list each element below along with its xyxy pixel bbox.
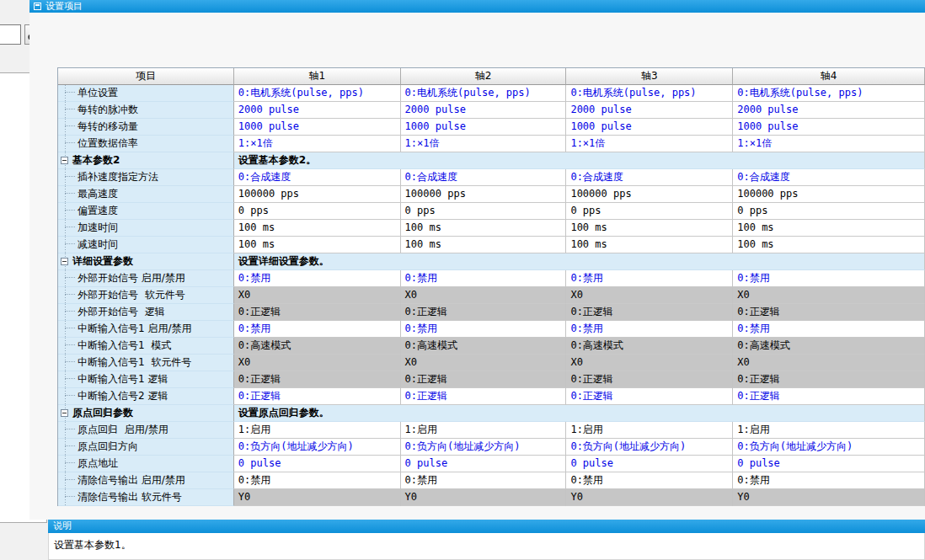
- value-cell-axis2[interactable]: 100000 pps: [401, 186, 567, 203]
- value-cell-axis4: X0: [733, 287, 925, 304]
- tree-item[interactable]: 减速时间: [58, 237, 234, 253]
- value-cell-axis3[interactable]: 100000 pps: [566, 186, 733, 203]
- tree-item[interactable]: 外部开始信号 软元件号: [58, 287, 234, 304]
- value-cell-axis1[interactable]: 0:禁用: [234, 321, 401, 338]
- value-cell-axis1[interactable]: 0 pps: [234, 203, 401, 220]
- value-cell-axis4[interactable]: 100000 pps: [733, 186, 925, 203]
- value-cell-axis3[interactable]: 0 pps: [566, 203, 733, 220]
- collapse-icon[interactable]: [61, 157, 68, 164]
- value-cell-axis1[interactable]: 0 pulse: [234, 456, 401, 472]
- value-cell-axis3[interactable]: 1:×1倍: [566, 136, 733, 152]
- value-cell-axis3[interactable]: 0 pulse: [566, 456, 733, 472]
- collapse-icon[interactable]: [61, 409, 68, 417]
- value-cell-axis2[interactable]: 0 pulse: [401, 456, 567, 472]
- search-input[interactable]: [0, 24, 21, 45]
- tree-item[interactable]: 最高速度: [58, 186, 234, 203]
- tree-item[interactable]: 中断输入信号1 模式: [58, 338, 234, 355]
- value-cell-axis2[interactable]: 100 ms: [401, 220, 567, 237]
- value-cell-axis1[interactable]: 1:启用: [234, 422, 401, 439]
- value-cell-axis3[interactable]: 0:负方向(地址减少方向): [566, 439, 733, 456]
- value-cell-axis3[interactable]: 100 ms: [566, 220, 733, 237]
- value-cell-axis4[interactable]: 0 pulse: [733, 456, 925, 472]
- tree-item[interactable]: 中断输入信号1 逻辑: [58, 371, 234, 388]
- value-cell-axis1[interactable]: 100 ms: [234, 237, 401, 253]
- value-cell-axis4[interactable]: 0:正逻辑: [733, 388, 925, 405]
- tree-connector: [65, 227, 75, 227]
- value-cell-axis4[interactable]: 100 ms: [733, 237, 925, 253]
- parameter-label: 外部开始信号 启用/禁用: [78, 272, 185, 284]
- tree-item[interactable]: 外部开始信号 逻辑: [58, 304, 234, 321]
- tree-item[interactable]: 原点地址: [58, 456, 234, 472]
- value-cell-axis1[interactable]: 2000 pulse: [234, 102, 401, 119]
- value-cell-axis2[interactable]: 0:禁用: [401, 321, 567, 338]
- tree-item[interactable]: 中断输入信号2 逻辑: [58, 388, 234, 405]
- value-cell-axis1[interactable]: 100 ms: [234, 220, 401, 237]
- value-cell-axis1[interactable]: 1000 pulse: [234, 119, 401, 136]
- value-cell-axis3[interactable]: 1000 pulse: [566, 119, 733, 136]
- value-cell-axis3[interactable]: 0:禁用: [566, 472, 733, 489]
- value-cell-axis3[interactable]: 1:启用: [566, 422, 733, 439]
- value-cell-axis1[interactable]: 0:电机系统(pulse, pps): [234, 85, 401, 102]
- value-cell-axis3[interactable]: 0:电机系统(pulse, pps): [566, 85, 733, 102]
- value-cell-axis2[interactable]: 0:合成速度: [401, 169, 567, 186]
- value-cell-axis1[interactable]: 100000 pps: [234, 186, 401, 203]
- value-cell-axis3[interactable]: 2000 pulse: [566, 102, 733, 119]
- value-cell-axis1[interactable]: 1:×1倍: [234, 136, 401, 152]
- tree-item[interactable]: 插补速度指定方法: [58, 169, 234, 186]
- tree-item[interactable]: 外部开始信号 启用/禁用: [58, 270, 234, 287]
- value-cell-axis4[interactable]: 1000 pulse: [733, 119, 925, 136]
- value-cell-axis2[interactable]: 2000 pulse: [401, 102, 567, 119]
- value-cell-axis3: 0:正逻辑: [566, 304, 733, 321]
- value-cell-axis2[interactable]: 0:负方向(地址减少方向): [401, 439, 567, 456]
- tree-item[interactable]: 中断输入信号1 软元件号: [58, 355, 234, 371]
- tree-item[interactable]: 原点回归方向: [58, 439, 234, 456]
- value-cell-axis2[interactable]: 0:正逻辑: [401, 388, 567, 405]
- value-cell-axis4[interactable]: 0 pps: [733, 203, 925, 220]
- tree-item[interactable]: 加速时间: [58, 220, 234, 237]
- value-cell-axis4[interactable]: 0:电机系统(pulse, pps): [733, 85, 925, 102]
- value-cell-axis4[interactable]: 0:禁用: [733, 321, 925, 338]
- value-cell-axis3[interactable]: 100 ms: [566, 237, 733, 253]
- value-cell-axis2[interactable]: 0:禁用: [401, 270, 567, 287]
- value-cell-axis2[interactable]: 1:×1倍: [401, 136, 567, 152]
- value-cell-axis4[interactable]: 0:合成速度: [733, 169, 925, 186]
- value-cell-axis4[interactable]: 100 ms: [733, 220, 925, 237]
- value-cell-axis2[interactable]: 100 ms: [401, 237, 567, 253]
- value-cell-axis2[interactable]: 0 pps: [401, 203, 567, 220]
- collapse-icon[interactable]: [61, 258, 68, 265]
- value-cell-axis2[interactable]: 0:禁用: [401, 472, 567, 489]
- tree-item[interactable]: 偏置速度: [58, 203, 234, 220]
- tree-item[interactable]: 中断输入信号1 启用/禁用: [58, 321, 234, 338]
- value-cell-axis4[interactable]: 0:禁用: [733, 270, 925, 287]
- tree-item[interactable]: 位置数据倍率: [58, 136, 234, 152]
- value-cell-axis4[interactable]: 1:启用: [733, 422, 925, 439]
- value-cell-axis1: X0: [234, 355, 401, 371]
- value-cell-axis2[interactable]: 0:电机系统(pulse, pps): [401, 85, 567, 102]
- value-cell-axis3[interactable]: 0:合成速度: [566, 169, 733, 186]
- tree-item[interactable]: 清除信号输出 启用/禁用: [58, 472, 234, 489]
- value-cell-axis1[interactable]: 0:禁用: [234, 472, 401, 489]
- value-cell-axis3[interactable]: 0:禁用: [566, 321, 733, 338]
- value-cell-axis4[interactable]: 0:禁用: [733, 472, 925, 489]
- value-cell-axis3: 0:正逻辑: [566, 371, 733, 388]
- value-cell-axis4[interactable]: 0:负方向(地址减少方向): [733, 439, 925, 456]
- tree-section[interactable]: 基本参数2: [58, 152, 234, 169]
- value-cell-axis4[interactable]: 2000 pulse: [733, 102, 925, 119]
- tree-section[interactable]: 原点回归参数: [58, 405, 234, 422]
- parameter-row: 位置数据倍率1:×1倍1:×1倍1:×1倍1:×1倍: [58, 136, 925, 152]
- value-cell-axis4[interactable]: 1:×1倍: [733, 136, 925, 152]
- tree-item[interactable]: 原点回归 启用/禁用: [58, 422, 234, 439]
- value-cell-axis1[interactable]: 0:禁用: [234, 270, 401, 287]
- value-cell-axis2[interactable]: 1000 pulse: [401, 119, 567, 136]
- tree-item[interactable]: 每转的移动量: [58, 119, 234, 136]
- value-cell-axis1[interactable]: 0:合成速度: [234, 169, 401, 186]
- value-cell-axis3[interactable]: 0:禁用: [566, 270, 733, 287]
- tree-item[interactable]: 每转的脉冲数: [58, 102, 234, 119]
- tree-section[interactable]: 详细设置参数: [58, 253, 234, 270]
- value-cell-axis1[interactable]: 0:负方向(地址减少方向): [234, 439, 401, 456]
- value-cell-axis2[interactable]: 1:启用: [401, 422, 567, 439]
- value-cell-axis1[interactable]: 0:正逻辑: [234, 388, 401, 405]
- tree-item[interactable]: 单位设置: [58, 85, 234, 102]
- value-cell-axis3[interactable]: 0:正逻辑: [566, 388, 733, 405]
- tree-item[interactable]: 清除信号输出 软元件号: [58, 489, 234, 506]
